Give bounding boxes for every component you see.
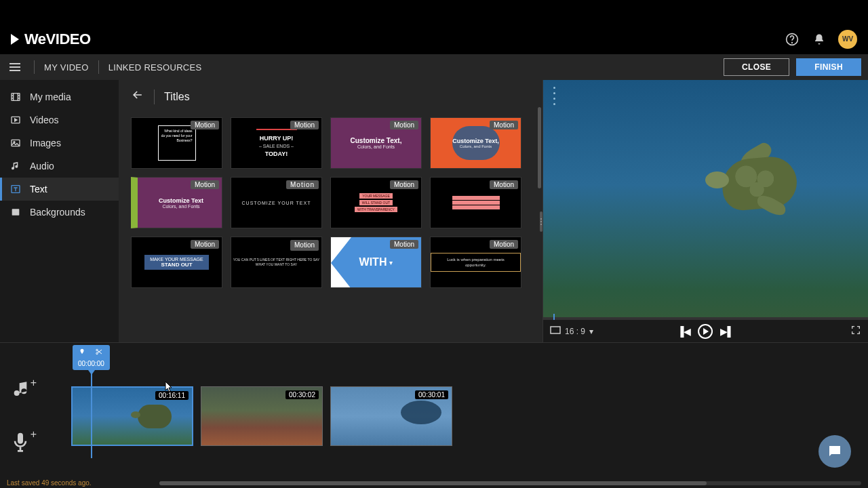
- turtle-graphic: [705, 148, 827, 222]
- square-icon: [9, 206, 22, 218]
- back-icon[interactable]: [131, 88, 144, 105]
- prev-frame-icon[interactable]: ▐◀: [677, 326, 692, 337]
- title-card[interactable]: MotionCustomize TextColors, and Fonts: [131, 177, 222, 228]
- aspect-ratio-label[interactable]: 16 : 9: [565, 327, 585, 336]
- library-title: Titles: [164, 91, 190, 103]
- svg-rect-9: [18, 432, 23, 443]
- timeline: + + 00:00:00 00:16:11 00:30:02: [0, 342, 868, 478]
- timeline-clip[interactable]: 00:30:02: [201, 386, 323, 446]
- add-voiceover-button[interactable]: +: [9, 431, 31, 455]
- timeline-track-area[interactable]: 00:00:00 00:16:11 00:30:02 00:30:01: [41, 343, 868, 478]
- project-title[interactable]: MY VIDEO: [35, 62, 98, 73]
- motion-badge: Motion: [191, 121, 219, 129]
- motion-badge: Motion: [191, 180, 219, 189]
- svg-point-1: [792, 42, 793, 43]
- sidebar-item-label: Audio: [30, 161, 54, 171]
- black-topbar: WeVIDEO WV: [0, 0, 868, 54]
- motion-badge: Motion: [390, 180, 418, 189]
- motion-badge: Motion: [390, 121, 418, 129]
- sidebar-item-videos[interactable]: Videos: [0, 108, 119, 131]
- title-card[interactable]: MotionWITH▾: [330, 237, 422, 288]
- image-icon: [9, 137, 22, 149]
- card-preview-text: What kind of ideas do you need for your …: [158, 125, 196, 161]
- sidebar-item-label: Text: [30, 184, 47, 195]
- motion-badge: Motion: [490, 240, 518, 249]
- next-frame-icon[interactable]: ▶▌: [720, 326, 734, 337]
- add-audio-track-button[interactable]: +: [9, 380, 31, 404]
- playhead-marker[interactable]: 00:00:00: [73, 345, 110, 370]
- note-icon: [9, 160, 22, 172]
- motion-badge: Motion: [191, 240, 219, 249]
- scissors-icon[interactable]: [95, 348, 103, 357]
- mouse-cursor: [165, 381, 173, 393]
- logo-play-icon: [11, 34, 19, 45]
- library-panel: Titles MotionWhat kind of ideas do you n…: [119, 80, 542, 342]
- bell-icon[interactable]: [811, 31, 827, 47]
- close-button[interactable]: CLOSE: [724, 58, 789, 76]
- fullscreen-icon[interactable]: [850, 325, 861, 338]
- divider: [154, 89, 155, 104]
- playhead-time: 00:00:00: [78, 360, 104, 367]
- help-icon[interactable]: [784, 31, 800, 47]
- title-card[interactable]: MotionYOU CAN PUT 5 LINES OF TEXT RIGHT …: [231, 237, 322, 288]
- logo[interactable]: WeVIDEO: [11, 30, 91, 48]
- resize-handle[interactable]: [540, 211, 542, 232]
- timeline-clip[interactable]: 00:30:01: [330, 386, 452, 446]
- chat-button[interactable]: [818, 435, 851, 468]
- film-icon: [9, 91, 22, 103]
- preview-panel: 16 : 9 ▾ ▐◀ ▶▌: [542, 80, 868, 342]
- dropdown-icon[interactable]: ▾: [589, 327, 593, 336]
- sidebar-item-label: Images: [30, 138, 61, 148]
- playhead-line[interactable]: [91, 370, 92, 458]
- svg-point-11: [96, 352, 98, 354]
- sidebar-item-my-media[interactable]: My media: [0, 85, 119, 108]
- video-preview[interactable]: [543, 80, 868, 342]
- play-rect-icon: [9, 114, 22, 126]
- aspect-icon[interactable]: [550, 326, 561, 336]
- title-card[interactable]: MotionHURRY UP!– SALE ENDS –TODAY!: [231, 117, 322, 169]
- project-bar: MY VIDEO LINKED RESOURCES CLOSE FINISH: [0, 54, 868, 80]
- hamburger-icon[interactable]: [7, 60, 22, 75]
- title-card[interactable]: MotionWhat kind of ideas do you need for…: [131, 117, 222, 169]
- title-card[interactable]: MotionYOUR MESSAGEWILL STAND OUTWITH TRA…: [330, 177, 422, 228]
- title-card[interactable]: Motion: [430, 177, 521, 228]
- play-icon[interactable]: [698, 324, 713, 339]
- library-scrollbar[interactable]: [538, 107, 541, 188]
- motion-badge: Motion: [290, 121, 319, 129]
- sidebar-item-label: Backgrounds: [30, 207, 85, 218]
- svg-rect-7: [12, 209, 20, 215]
- title-card[interactable]: MotionCUSTOMIZE YOUR TEXT: [231, 177, 322, 228]
- sidebar: My media Videos Images Audio Text Backgr…: [0, 80, 119, 342]
- svg-rect-8: [551, 327, 560, 333]
- title-card[interactable]: MotionMAKE YOUR MESSAGESTAND OUT: [131, 237, 222, 288]
- title-card[interactable]: MotionLuck is when preparation meets opp…: [430, 237, 521, 288]
- title-card[interactable]: MotionCustomize Text,Colors, and Fonts: [330, 117, 422, 169]
- svg-rect-2: [12, 94, 20, 101]
- clip-duration: 00:30:01: [415, 390, 448, 399]
- timeline-scrollbar[interactable]: [159, 481, 861, 485]
- title-card[interactable]: MotionCustomize Text,Colors, and Fonts: [430, 117, 521, 169]
- motion-badge: Motion: [390, 240, 418, 249]
- clip-duration: 00:30:02: [285, 390, 319, 399]
- marker-pin-icon[interactable]: [79, 348, 85, 357]
- sidebar-item-images[interactable]: Images: [0, 131, 119, 155]
- plus-icon: +: [31, 428, 37, 441]
- sidebar-item-label: My media: [30, 92, 71, 102]
- motion-badge: Motion: [490, 121, 518, 129]
- save-status: Last saved 49 seconds ago.: [7, 479, 92, 487]
- linked-resources-link[interactable]: LINKED RESOURCES: [99, 62, 212, 73]
- motion-badge: Motion: [286, 180, 319, 189]
- avatar[interactable]: WV: [838, 30, 857, 49]
- motion-badge: Motion: [290, 240, 319, 251]
- sidebar-item-text[interactable]: Text: [0, 178, 119, 201]
- svg-point-10: [96, 349, 98, 351]
- text-icon: [9, 183, 22, 195]
- app-header: WeVIDEO WV: [0, 24, 868, 54]
- plus-icon: +: [31, 377, 37, 389]
- logo-text: WeVIDEO: [24, 30, 91, 48]
- finish-button[interactable]: FINISH: [796, 58, 861, 76]
- timeline-clip[interactable]: 00:16:11: [71, 386, 193, 446]
- sidebar-item-audio[interactable]: Audio: [0, 155, 119, 178]
- motion-badge: Motion: [490, 180, 518, 189]
- sidebar-item-backgrounds[interactable]: Backgrounds: [0, 201, 119, 224]
